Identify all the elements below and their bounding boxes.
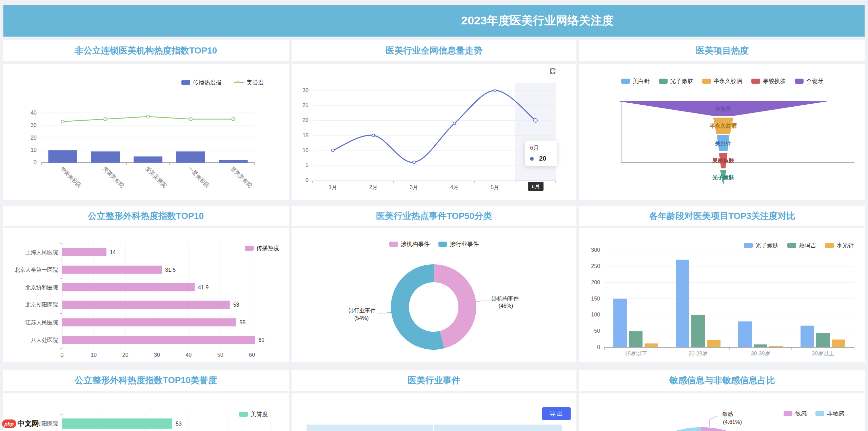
svg-text:上海人民医院: 上海人民医院 <box>25 249 58 255</box>
svg-text:40: 40 <box>185 352 192 358</box>
svg-text:一星美容院: 一星美容院 <box>187 165 211 188</box>
legend-swatch <box>438 242 447 247</box>
legend-swatch <box>784 411 792 416</box>
svg-text:30-39岁: 30-39岁 <box>751 351 770 356</box>
svg-text:1月: 1月 <box>329 184 337 190</box>
panel-title-nonpublic-orgs: 非公立连锁医美机构热度指数TOP10 <box>3 40 289 61</box>
legend-item[interactable]: 传播热度指.. <box>181 79 225 86</box>
chart-event-class[interactable]: 涉机构事件(46%)涉行业事件(54%) 涉机构事件涉行业事件 <box>292 228 576 362</box>
svg-text:美白针: 美白针 <box>715 141 731 146</box>
tooltip-value: 20 <box>539 155 546 162</box>
svg-text:55: 55 <box>239 320 245 325</box>
legend: 光子嫩肤热玛吉水光针 <box>744 242 854 249</box>
export-button[interactable]: 导出 <box>542 407 571 420</box>
legend-item[interactable]: 美誉度 <box>239 410 268 418</box>
svg-text:涉行业事件: 涉行业事件 <box>349 308 376 313</box>
legend-swatch <box>815 411 824 416</box>
chart-age-compare[interactable]: 05010015020025030019岁以下20-29岁30-39岁39岁以上… <box>579 228 865 362</box>
legend-item[interactable]: 热玛吉 <box>787 242 816 249</box>
svg-text:5: 5 <box>305 162 309 168</box>
legend-label: 光子嫩肤 <box>755 242 778 249</box>
panel-title-public-heat: 公立整形外科热度指数TOP10 <box>3 206 289 226</box>
svg-text:10: 10 <box>91 352 97 358</box>
svg-text:3月: 3月 <box>410 184 418 190</box>
legend-item[interactable]: 涉机构事件 <box>389 240 430 248</box>
series-dot-icon <box>530 157 534 161</box>
tooltip-title: 6月 <box>530 144 552 152</box>
tooltip: 6月 20 <box>525 140 557 166</box>
legend-label: 美誉度 <box>246 79 264 86</box>
donut-chart-svg[interactable]: 涉机构事件(46%)涉行业事件(54%) <box>292 228 576 362</box>
svg-text:30: 30 <box>302 87 309 93</box>
svg-text:北京协和医院: 北京协和医院 <box>25 284 58 290</box>
legend-swatch <box>795 79 804 84</box>
dashboard-title: 2023年度医美行业网络关注度 <box>461 13 614 28</box>
legend-item[interactable]: 非敏感 <box>815 410 844 417</box>
svg-text:慧美美容院: 慧美美容院 <box>230 165 253 189</box>
legend-item[interactable]: 半永久纹眉 <box>702 77 743 85</box>
svg-text:光子嫩肤: 光子嫩肤 <box>712 175 734 181</box>
legend-swatch <box>181 80 190 85</box>
svg-text:150: 150 <box>591 296 600 302</box>
legend-item[interactable]: 涉行业事件 <box>438 240 479 248</box>
legend-item[interactable]: 光子嫩肤 <box>659 77 693 85</box>
chart-public-reputation[interactable]: 53北京朝阳医院 美誉度 <box>3 393 289 431</box>
legend-item[interactable]: 全瓷牙 <box>795 77 824 85</box>
svg-text:15: 15 <box>302 132 309 138</box>
legend-item[interactable]: 传播热度 <box>245 244 279 252</box>
svg-text:40: 40 <box>31 110 37 116</box>
legend-swatch <box>787 243 796 248</box>
svg-text:5月: 5月 <box>491 184 499 190</box>
panel-title-text: 敏感信息与非敏感信息占比 <box>669 374 775 386</box>
chart-sensitive-ratio[interactable]: 敏感(4.61%) 敏感非敏感 <box>579 393 865 431</box>
svg-text:20: 20 <box>122 352 129 358</box>
svg-text:250: 250 <box>591 263 600 269</box>
legend-label: 热玛吉 <box>799 242 816 249</box>
legend-item[interactable]: 美白针 <box>621 77 650 85</box>
legend-label: 水光针 <box>836 242 854 249</box>
panel-title-sensitive-ratio: 敏感信息与非敏感信息占比 <box>579 370 865 391</box>
chart-project-heat[interactable]: 全瓷牙半永久纹眉美白针果酸换肤光子嫩肤 美白针光子嫩肤半永久纹眉果酸换肤全瓷牙 <box>579 64 865 200</box>
chart-toolbox <box>549 68 568 75</box>
chart-info-trend[interactable]: 0510152025301月2月3月4月5月 6月 20 6月 <box>292 64 576 200</box>
legend-swatch <box>825 243 834 248</box>
svg-text:美莱美容院: 美莱美容院 <box>102 165 125 188</box>
legend-label: 非敏感 <box>827 410 844 417</box>
table-header-row <box>307 425 562 431</box>
svg-text:全瓷牙: 全瓷牙 <box>715 106 731 112</box>
svg-text:华美美容院: 华美美容院 <box>59 165 83 188</box>
line-chart-svg[interactable]: 0510152025301月2月3月4月5月 <box>292 64 576 200</box>
panel-title-text: 各年龄段对医美项目TOP3关注度对比 <box>649 210 795 222</box>
legend-item[interactable]: 美誉度 <box>234 79 264 86</box>
php-logo-badge: php <box>2 419 16 428</box>
legend-item[interactable]: 光子嫩肤 <box>744 242 778 249</box>
svg-text:涉机构事件: 涉机构事件 <box>492 295 519 301</box>
legend-item[interactable]: 果酸换肤 <box>751 77 786 85</box>
legend-label: 果酸换肤 <box>763 77 786 85</box>
legend-label: 传播热度指.. <box>193 79 225 86</box>
legend-swatch <box>245 246 254 251</box>
legend-item[interactable]: 敏感 <box>784 410 807 417</box>
panel-title-text: 医美项目热度 <box>696 45 749 57</box>
svg-text:20: 20 <box>302 117 309 123</box>
legend-label: 半永久纹眉 <box>714 77 743 85</box>
site-logo[interactable]: php 中文网 <box>2 419 39 428</box>
legend: 涉机构事件涉行业事件 <box>292 240 576 248</box>
legend-label: 美白针 <box>633 77 650 85</box>
legend-label: 涉机构事件 <box>401 240 430 248</box>
chart-public-heat[interactable]: 010203040506014上海人民医院31.5北京大学第一医院41.9北京协… <box>3 228 289 362</box>
fullscreen-icon[interactable] <box>561 68 568 75</box>
chart-nonpublic-orgs[interactable]: 010203040华美美容院美莱美容院爱美美容院一星美容院慧美美容院 传播热度指… <box>3 64 289 200</box>
svg-text:北京朝阳医院: 北京朝阳医院 <box>25 302 58 308</box>
svg-text:敏感: 敏感 <box>722 411 733 417</box>
legend-line-swatch <box>234 82 244 83</box>
svg-text:41.9: 41.9 <box>198 285 209 290</box>
panel-title-event-class: 医美行业热点事件TOP50分类 <box>292 206 576 226</box>
legend-swatch <box>751 79 760 84</box>
chart-industry-events[interactable]: 导出 <box>292 393 576 431</box>
svg-text:(46%): (46%) <box>499 303 513 309</box>
panel-title-public-reputation: 公立整形外科热度指数TOP10美誉度 <box>3 370 289 391</box>
svg-text:20-29岁: 20-29岁 <box>689 351 708 356</box>
legend-swatch <box>389 242 398 247</box>
legend-item[interactable]: 水光针 <box>825 242 854 249</box>
